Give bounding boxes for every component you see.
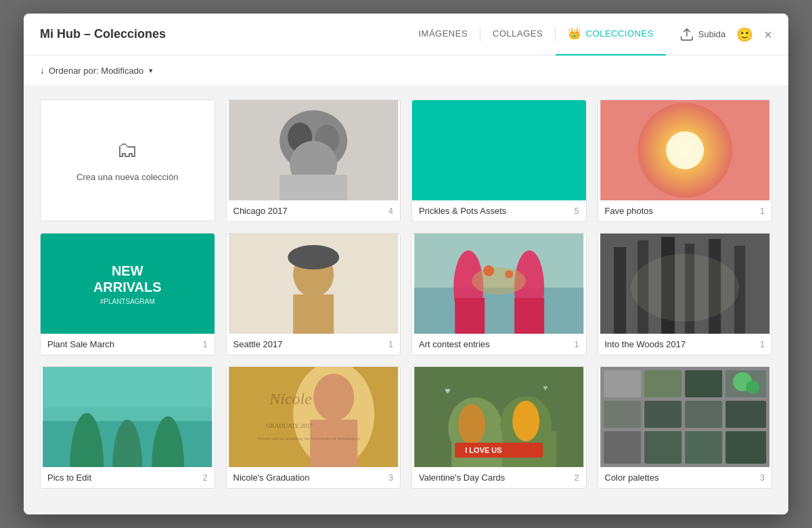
svg-rect-13: [293, 294, 334, 334]
collection-plantsale[interactable]: NEWARRIVALS #PLANTSAGRAM Plant Sale Marc…: [40, 233, 215, 355]
svg-rect-58: [644, 370, 681, 397]
prickles-footer: Prickles & Pots Assets 5: [412, 200, 586, 221]
svg-point-40: [313, 374, 354, 421]
tab-collages[interactable]: COLLAGES: [480, 14, 555, 56]
svg-rect-6: [279, 175, 347, 200]
svg-rect-63: [685, 401, 722, 428]
svg-rect-19: [514, 298, 544, 334]
nav-tabs: IMÁGENES COLLAGES 👑 COLECCIONES: [406, 14, 665, 56]
valentine-footer: Valentine's Day Cards 2: [412, 467, 586, 488]
plantsale-title: Plant Sale March: [47, 339, 114, 349]
artcontest-thumbnail: [412, 234, 586, 334]
plantsale-footer: Plant Sale March 1: [41, 334, 215, 355]
colorpalettes-thumbnail: [598, 367, 772, 467]
tab-colecciones[interactable]: 👑 COLECCIONES: [556, 14, 666, 56]
fave-title: Fave photos: [605, 206, 654, 216]
toolbar: ↓ Ordenar por: Modificado ▾: [24, 56, 788, 86]
chicago-thumbnail: [227, 100, 401, 200]
plantsale-hashtag: #PLANTSAGRAM: [100, 298, 155, 305]
chevron-down-icon: ▾: [149, 66, 153, 75]
plantsale-thumbnail: NEWARRIVALS #PLANTSAGRAM: [41, 234, 215, 334]
create-collection-label: Crea una nueva colección: [76, 171, 178, 184]
svg-point-9: [666, 131, 704, 169]
svg-rect-41: [310, 420, 357, 467]
collection-picsedit[interactable]: Pics to Edit 2: [40, 366, 215, 489]
chicago-count: 4: [388, 206, 393, 216]
collection-valentine[interactable]: I LOVE US ♥ ♥ Valentine's Day Cards 2: [411, 366, 587, 489]
emoji-button[interactable]: 🙂: [736, 26, 753, 43]
svg-point-20: [472, 267, 526, 294]
svg-point-31: [631, 254, 739, 322]
svg-rect-67: [685, 431, 722, 464]
svg-rect-37: [43, 367, 212, 408]
upload-icon: [679, 27, 694, 42]
chicago-title: Chicago 2017: [233, 206, 288, 216]
prickles-thumbnail: [412, 100, 586, 200]
collection-woods[interactable]: Into the Woods 2017 1: [597, 233, 773, 355]
crown-icon: 👑: [568, 27, 582, 40]
svg-rect-68: [725, 431, 766, 464]
sort-button[interactable]: ↓ Ordenar por: Modificado ▾: [40, 65, 153, 76]
nicole-count: 3: [388, 473, 393, 483]
sort-arrow-icon: ↓: [40, 65, 45, 76]
svg-rect-59: [685, 370, 722, 397]
collection-seattle[interactable]: Seattle 2017 1: [226, 233, 401, 355]
tab-imagenes[interactable]: IMÁGENES: [406, 14, 480, 56]
create-collection-card[interactable]: 🗂 Crea una nueva colección: [40, 100, 215, 221]
modal-header: Mi Hub – Colecciones IMÁGENES COLLAGES 👑…: [24, 14, 788, 56]
fave-footer: Fave photos 1: [598, 200, 772, 221]
upload-button[interactable]: Subida: [679, 27, 725, 42]
colorpalettes-count: 3: [760, 473, 765, 483]
svg-text:GRADUATE 2017: GRADUATE 2017: [266, 422, 313, 429]
svg-text:Nicole will be attending the U: Nicole will be attending the University …: [257, 436, 360, 441]
nicole-footer: Nicole's Graduation 3: [227, 467, 401, 488]
collection-chicago[interactable]: Chicago 2017 4: [226, 100, 401, 222]
plantsale-count: 1: [203, 340, 208, 349]
woods-thumbnail: [598, 234, 772, 334]
svg-point-50: [458, 404, 485, 445]
plantsale-text: NEWARRIVALS: [93, 263, 162, 295]
artcontest-count: 1: [574, 340, 579, 349]
picsedit-title: Pics to Edit: [47, 472, 91, 483]
picsedit-footer: Pics to Edit 2: [41, 467, 215, 488]
collection-artcontest[interactable]: Art contest entries 1: [411, 233, 587, 355]
picsedit-thumbnail: [41, 367, 215, 467]
woods-title: Into the Woods 2017: [605, 339, 686, 349]
valentine-thumbnail: I LOVE US ♥ ♥: [412, 367, 586, 467]
collection-fave[interactable]: Fave photos 1: [597, 100, 773, 222]
collection-prickles[interactable]: Prickles & Pots Assets 5: [411, 100, 587, 222]
svg-rect-25: [614, 247, 626, 334]
modal: Mi Hub – Colecciones IMÁGENES COLLAGES 👑…: [24, 14, 788, 514]
fave-count: 1: [760, 206, 765, 216]
create-collection-icon: 🗂: [116, 137, 138, 162]
svg-point-51: [512, 401, 539, 441]
svg-rect-66: [644, 431, 681, 464]
colorpalettes-footer: Color palettes 3: [598, 467, 772, 488]
svg-text:♥: ♥: [445, 385, 450, 396]
svg-point-12: [288, 245, 339, 269]
svg-rect-62: [644, 401, 681, 428]
svg-rect-65: [604, 431, 641, 464]
svg-point-22: [505, 270, 513, 278]
svg-point-21: [483, 265, 494, 276]
prickles-title: Prickles & Pots Assets: [419, 206, 506, 216]
svg-text:♥: ♥: [543, 383, 547, 393]
svg-rect-64: [725, 401, 766, 428]
seattle-thumbnail: [227, 234, 401, 334]
collection-colorpalettes[interactable]: Color palettes 3: [597, 366, 773, 489]
svg-rect-57: [604, 370, 641, 397]
valentine-count: 2: [574, 473, 579, 483]
collections-grid: 🗂 Crea una nueva colección Chica: [40, 100, 772, 489]
svg-rect-61: [604, 401, 641, 428]
close-button[interactable]: ×: [764, 28, 772, 41]
content-area[interactable]: 🗂 Crea una nueva colección Chica: [24, 86, 788, 514]
nicole-title: Nicole's Graduation: [233, 472, 310, 483]
collection-nicole[interactable]: Nicole GRADUATE 2017 Nicole will be atte…: [226, 366, 401, 489]
seattle-count: 1: [388, 340, 393, 349]
chicago-footer: Chicago 2017 4: [227, 200, 401, 221]
svg-point-70: [746, 380, 759, 394]
seattle-footer: Seattle 2017 1: [227, 334, 401, 355]
valentine-title: Valentine's Day Cards: [419, 472, 505, 483]
woods-footer: Into the Woods 2017 1: [598, 334, 772, 355]
modal-title: Mi Hub – Colecciones: [40, 27, 166, 41]
